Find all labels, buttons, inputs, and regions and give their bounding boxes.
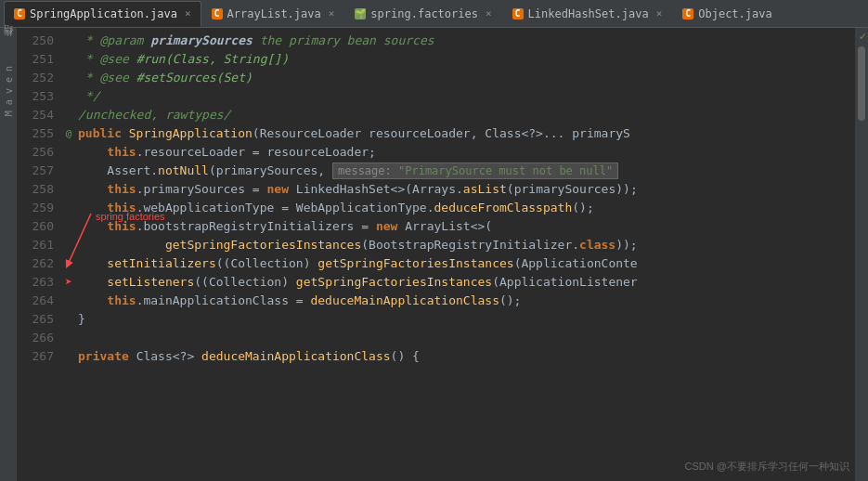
tab-close-icon[interactable]: × — [185, 7, 191, 20]
code-line-253: 253 */ — [24, 87, 855, 106]
tab-object[interactable]: C Object.java — [672, 1, 782, 27]
code-line-257: 257 Assert.notNull(primarySources, messa… — [24, 162, 855, 180]
code-content-261: getSpringFactoriesInstances(BootstrapReg… — [78, 236, 638, 254]
code-lines[interactable]: 250 * @param primarySources the primary … — [17, 28, 855, 481]
code-content-255: public SpringApplication(ResourceLoader … — [78, 124, 630, 143]
code-content-263: setListeners((Collection) getSpringFacto… — [78, 273, 638, 292]
line-num-256: 256 — [24, 143, 59, 162]
line-num-262: 262 — [24, 254, 59, 273]
code-line-267: 267 private Class<?> deduceMainApplicati… — [24, 347, 855, 366]
tab-label-2: ArrayList.java — [227, 7, 321, 20]
code-line-261: 261 getSpringFactoriesInstances(Bootstra… — [24, 236, 855, 254]
code-content-254: /unchecked, rawtypes/ — [78, 106, 230, 124]
scrollbar-thumb[interactable] — [858, 46, 865, 121]
code-line-260: 260 this.bootstrapRegistryInitializers =… — [24, 217, 855, 236]
tab-close-icon-4[interactable]: × — [656, 7, 663, 20]
line-num-253: 253 — [24, 87, 59, 106]
tab-bar: C SpringApplication.java × C ArrayList.j… — [0, 0, 868, 28]
line-num-251: 251 — [24, 50, 59, 69]
checkmark-icon: ✓ — [860, 30, 866, 43]
line-num-260: 260 — [24, 217, 59, 236]
tab-spring-factories[interactable]: 🌱 spring.factories × — [344, 1, 501, 27]
tab-label: SpringApplication.java — [30, 7, 177, 20]
java-icon-2: C — [212, 8, 223, 20]
tab-label-3: spring.factories — [370, 7, 478, 20]
line-num-267: 267 — [24, 347, 59, 366]
tab-spring-application[interactable]: C SpringApplication.java × — [4, 1, 201, 27]
java-icon-3: C — [512, 8, 524, 20]
code-content-256: this.resourceLoader = resourceLoader; — [78, 143, 376, 162]
sidebar-maven: M a v e n — [4, 66, 14, 116]
code-content-265: } — [78, 310, 85, 329]
java-icon: C — [14, 8, 25, 20]
code-line-265: 265 } — [24, 310, 855, 329]
code-line-259: 259 this.webApplicationType = WebApplica… — [24, 199, 855, 217]
code-line-262: 262 setInitializers((Collection) getSpri… — [24, 254, 855, 273]
code-content-264: this.mainApplicationClass = deduceMainAp… — [78, 292, 521, 310]
right-scrollbar[interactable]: ✓ — [855, 28, 868, 481]
code-line-263: 263 ➤ setListeners((Collection) getSprin… — [24, 273, 855, 292]
code-line-264: 264 this.mainApplicationClass = deduceMa… — [24, 292, 855, 310]
tab-label-5: Object.java — [698, 7, 771, 20]
code-line-258: 258 this.primarySources = new LinkedHash… — [24, 180, 855, 199]
tab-close-icon-3[interactable]: × — [486, 7, 492, 20]
line-num-266: 266 — [24, 329, 59, 347]
line-num-259: 259 — [24, 199, 59, 217]
code-content-259: this.webApplicationType = WebApplication… — [78, 199, 594, 217]
line-num-257: 257 — [24, 162, 59, 180]
code-content-262: setInitializers((Collection) getSpringFa… — [78, 254, 638, 273]
code-content-251: * @see #run(Class, String[]) — [78, 50, 289, 69]
line-num-255: 255 — [24, 124, 59, 143]
code-line-266: 266 — [24, 329, 855, 347]
code-content-252: * @see #setSources(Set) — [78, 69, 253, 87]
code-content-257: Assert.notNull(primarySources, message: … — [78, 162, 618, 180]
code-content-267: private Class<?> deduceMainApplicationCl… — [78, 347, 420, 366]
java-icon-4: C — [682, 8, 693, 20]
code-content-250: * @param primarySources the primary bean… — [78, 32, 434, 50]
code-content-258: this.primarySources = new LinkedHashSet<… — [78, 180, 638, 199]
code-line-251: 251 * @see #run(Class, String[]) — [24, 50, 855, 69]
line-num-250: 250 — [24, 32, 59, 50]
line-num-265: 265 — [24, 310, 59, 329]
tab-linkedhashset[interactable]: C LinkedHashSet.java × — [502, 1, 673, 27]
code-container: 250 * @param primarySources the primary … — [17, 28, 855, 481]
line-num-252: 252 — [24, 69, 59, 87]
code-content-260: this.bootstrapRegistryInitializers = new… — [78, 217, 492, 236]
line-num-261: 261 — [24, 236, 59, 254]
line-num-258: 258 — [24, 180, 59, 199]
watermark: CSDN @不要排斥学习任何一种知识 — [685, 460, 849, 474]
code-line-256: 256 this.resourceLoader = resourceLoader… — [24, 143, 855, 162]
code-line-252: 252 * @see #setSources(Set) — [24, 69, 855, 87]
tab-arraylist[interactable]: C ArrayList.java × — [201, 1, 345, 27]
tab-label-4: LinkedHashSet.java — [528, 7, 649, 20]
gutter-255: @ — [59, 124, 78, 143]
code-line-254: 254 /unchecked, rawtypes/ — [24, 106, 855, 124]
line-num-254: 254 — [24, 106, 59, 124]
code-line-250: 250 * @param primarySources the primary … — [24, 32, 855, 50]
line-num-264: 264 — [24, 292, 59, 310]
line-num-263: 263 — [24, 273, 59, 292]
code-line-255: 255 @ public SpringApplication(ResourceL… — [24, 124, 855, 143]
code-content-253: */ — [78, 87, 99, 106]
gutter-263: ➤ — [59, 273, 78, 292]
tab-close-icon-2[interactable]: × — [329, 7, 335, 20]
factories-icon: 🌱 — [355, 8, 366, 20]
editor-area: 结 构 M a v e n 250 * @param primarySource… — [0, 28, 868, 481]
left-sidebar: 结 构 M a v e n — [0, 28, 17, 481]
